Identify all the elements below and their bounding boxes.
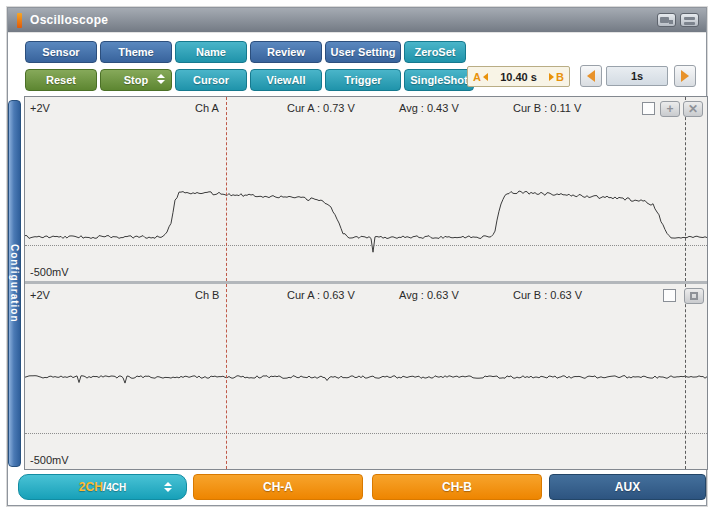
mode-alternate: 4CH	[106, 482, 126, 493]
window-stack-icon[interactable]	[680, 13, 699, 27]
mode-selected: 2CH	[79, 480, 103, 494]
theme-button[interactable]: Theme	[100, 41, 172, 63]
square-icon	[690, 292, 698, 300]
arrow-right-icon	[681, 70, 689, 82]
aux-button[interactable]: AUX	[549, 474, 706, 500]
configuration-tab[interactable]: Configuration	[8, 100, 21, 467]
configuration-tab-label: Configuration	[9, 244, 20, 323]
zero-reference-line	[25, 245, 707, 246]
singleshot-button[interactable]: SingleShot	[404, 69, 474, 91]
stop-dropdown[interactable]: Stop	[100, 69, 172, 91]
channel-b-maximize-button[interactable]	[684, 288, 704, 304]
channel-a-cursor-b-value: Cur B : 0.11 V	[513, 102, 581, 114]
panel-layout-icon[interactable]	[657, 13, 676, 27]
channel-b-button[interactable]: CH-B	[372, 474, 542, 500]
toolbar: Sensor Theme Name Review User Setting Ze…	[8, 32, 706, 96]
app-icon	[17, 13, 22, 28]
updown-spinner-icon	[164, 482, 172, 492]
arrow-left-icon	[587, 70, 595, 82]
channel-b-top-scale: +2V	[30, 289, 50, 301]
cursor-a-line[interactable]	[226, 97, 227, 281]
reset-button[interactable]: Reset	[25, 69, 97, 91]
channel-a-expand-button[interactable]: +	[660, 101, 680, 117]
channel-a-button[interactable]: CH-A	[193, 474, 363, 500]
cursor-b-line[interactable]	[685, 284, 686, 469]
channel-a-panel: +2V Ch A Cur A : 0.73 V Avg : 0.43 V Cur…	[25, 97, 707, 281]
cursor-a-line[interactable]	[226, 284, 227, 469]
window-title: Oscilloscope	[30, 13, 108, 27]
zero-reference-line	[25, 433, 707, 434]
channel-a-bottom-scale: -500mV	[30, 266, 69, 278]
channel-b-checkbox[interactable]	[663, 289, 676, 302]
channel-a-name: Ch A	[195, 102, 219, 114]
timebase-decrease-button[interactable]	[580, 65, 602, 87]
close-icon: ✕	[688, 102, 698, 116]
timebase-value: 1s	[606, 66, 668, 86]
channel-a-checkbox[interactable]	[642, 102, 655, 115]
channel-mode-dropdown[interactable]: 2CH/4CH	[18, 474, 187, 500]
review-button[interactable]: Review	[250, 41, 322, 63]
updown-spinner-icon	[157, 74, 165, 84]
time-delta-value: 10.40 s	[488, 71, 549, 83]
channel-b-waveform	[25, 284, 707, 469]
channel-b-panel: +2V Ch B Cur A : 0.63 V Avg : 0.63 V Cur…	[25, 284, 707, 469]
channel-b-avg-value: Avg : 0.63 V	[399, 289, 459, 301]
channel-b-name: Ch B	[195, 289, 219, 301]
channel-a-cursor-a-value: Cur A : 0.73 V	[287, 102, 355, 114]
channel-a-avg-value: Avg : 0.43 V	[399, 102, 459, 114]
viewall-button[interactable]: ViewAll	[250, 69, 322, 91]
scope-area: +2V Ch A Cur A : 0.73 V Avg : 0.43 V Cur…	[24, 96, 708, 470]
name-button[interactable]: Name	[175, 41, 247, 63]
cursor-button[interactable]: Cursor	[175, 69, 247, 91]
zeroset-button[interactable]: ZeroSet	[404, 41, 466, 63]
plus-icon: +	[666, 102, 673, 116]
channel-a-top-scale: +2V	[30, 102, 50, 114]
cursor-a-label: A	[473, 71, 481, 83]
channel-a-close-button[interactable]: ✕	[683, 101, 703, 117]
channel-b-bottom-scale: -500mV	[30, 454, 69, 466]
sensor-button[interactable]: Sensor	[25, 41, 97, 63]
cursor-time-display: A 10.40 s B	[467, 66, 570, 87]
arrow-right-icon	[549, 73, 554, 81]
title-bar: Oscilloscope	[8, 8, 706, 32]
user-setting-button[interactable]: User Setting	[325, 41, 401, 63]
cursor-b-label: B	[556, 71, 564, 83]
channel-b-cursor-b-value: Cur B : 0.63 V	[513, 289, 582, 301]
trigger-button[interactable]: Trigger	[325, 69, 401, 91]
channel-b-cursor-a-value: Cur A : 0.63 V	[287, 289, 355, 301]
timebase-increase-button[interactable]	[674, 65, 696, 87]
app-window: Oscilloscope Sensor Theme Name Review Us…	[7, 7, 707, 506]
channel-a-waveform	[25, 97, 707, 281]
stop-label: Stop	[124, 74, 148, 86]
cursor-b-line[interactable]	[685, 97, 686, 281]
